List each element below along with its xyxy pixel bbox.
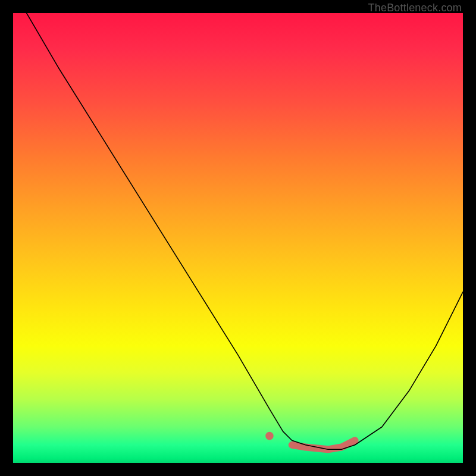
watermark-text: TheBottleneck.com xyxy=(368,2,462,14)
curve-layer xyxy=(13,13,463,463)
highlight-dot xyxy=(265,432,274,440)
plot-area xyxy=(13,13,463,463)
chart-stage: TheBottleneck.com xyxy=(0,0,476,476)
bottleneck-curve xyxy=(27,13,463,449)
